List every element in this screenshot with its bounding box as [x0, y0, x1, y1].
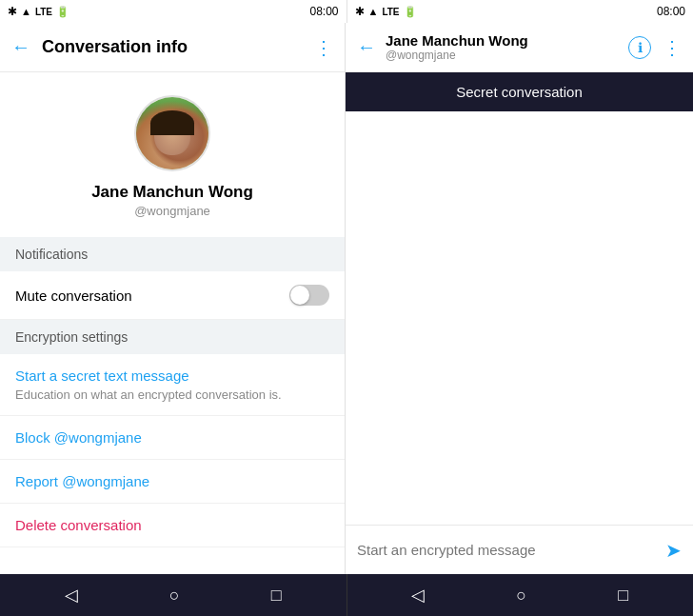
- notifications-label: Notifications: [15, 247, 88, 262]
- left-header: ← Conversation info ⋮: [0, 23, 345, 72]
- right-header: ← Jane Manchun Wong @wongmjane ℹ ⋮: [346, 23, 693, 72]
- profile-section: Jane Manchun Wong @wongmjane: [0, 72, 345, 237]
- profile-handle: @wongmjane: [134, 204, 210, 218]
- send-button[interactable]: ➤: [665, 539, 682, 562]
- right-time: 08:00: [657, 5, 685, 18]
- left-status-left: ✱ ▲ LTE 🔋: [8, 5, 69, 18]
- wifi-icon-r: ▲: [368, 6, 379, 17]
- back-button[interactable]: ←: [11, 36, 30, 58]
- left-status-bar: ✱ ▲ LTE 🔋 08:00: [0, 0, 346, 23]
- right-header-handle: @wongmjane: [386, 49, 628, 62]
- status-bars: ✱ ▲ LTE 🔋 08:00 ✱ ▲ LTE 🔋 08:00: [0, 0, 693, 23]
- encryption-section-header: Encryption settings: [0, 320, 345, 354]
- report-user-button[interactable]: Report @wongmjane: [0, 460, 345, 504]
- recents-nav-icon[interactable]: □: [271, 586, 282, 606]
- back-nav-icon[interactable]: ◁: [65, 585, 78, 606]
- right-bottom-nav: ◁ ○ □: [346, 574, 694, 616]
- avatar-image: [136, 97, 208, 169]
- delete-conversation-button[interactable]: Delete conversation: [0, 504, 345, 547]
- signal-4g-icon-r: LTE: [382, 7, 399, 17]
- right-recents-nav-icon[interactable]: □: [618, 586, 628, 606]
- mute-conversation-label: Mute conversation: [15, 288, 289, 304]
- right-header-icons: ℹ ⋮: [628, 36, 682, 59]
- messages-area: [346, 111, 693, 525]
- right-header-name: Jane Manchun Wong: [386, 32, 628, 49]
- mute-conversation-item[interactable]: Mute conversation: [0, 271, 345, 320]
- right-more-options-button[interactable]: ⋮: [663, 36, 682, 59]
- right-panel: ← Jane Manchun Wong @wongmjane ℹ ⋮ Secre…: [346, 23, 693, 574]
- signal-4g-icon: LTE: [35, 7, 52, 17]
- left-bottom-nav: ◁ ○ □: [0, 574, 346, 616]
- battery-icon: 🔋: [56, 6, 69, 18]
- profile-name: Jane Manchun Wong: [91, 183, 253, 202]
- right-back-nav-icon[interactable]: ◁: [411, 585, 425, 606]
- encryption-label: Encryption settings: [15, 329, 128, 345]
- avatar: [134, 95, 210, 171]
- start-secret-message-item[interactable]: Start a secret text message Education on…: [0, 354, 345, 416]
- wifi-icon: ▲: [21, 6, 31, 17]
- message-input-bar: ➤: [346, 525, 693, 574]
- main-panels: ← Conversation info ⋮ Jane Manchun Wong …: [0, 23, 693, 574]
- secret-link[interactable]: Start a secret text message: [15, 368, 329, 384]
- secret-desc: Education on what an encrypted conversat…: [15, 387, 329, 402]
- more-options-button[interactable]: ⋮: [314, 36, 333, 59]
- battery-icon-r: 🔋: [404, 6, 417, 18]
- right-status-bar: ✱ ▲ LTE 🔋 08:00: [346, 0, 694, 23]
- bluetooth-icon: ✱: [8, 5, 17, 18]
- right-home-nav-icon[interactable]: ○: [516, 586, 526, 606]
- left-panel: ← Conversation info ⋮ Jane Manchun Wong …: [0, 23, 346, 574]
- left-time: 08:00: [309, 5, 338, 18]
- right-header-info: Jane Manchun Wong @wongmjane: [386, 32, 628, 62]
- info-button[interactable]: ℹ: [628, 36, 651, 59]
- toggle-knob: [290, 286, 309, 305]
- home-nav-icon[interactable]: ○: [169, 586, 180, 606]
- block-user-button[interactable]: Block @wongmjane: [0, 416, 345, 460]
- secret-banner-text: Secret conversation: [456, 84, 583, 100]
- bottom-navigation-bars: ◁ ○ □ ◁ ○ □: [0, 574, 693, 616]
- right-status-left: ✱ ▲ LTE 🔋: [355, 5, 417, 18]
- message-input[interactable]: [357, 542, 665, 558]
- conversation-info-title: Conversation info: [42, 37, 314, 57]
- mute-toggle[interactable]: [289, 285, 329, 306]
- notifications-section-header: Notifications: [0, 237, 345, 271]
- secret-conversation-banner: Secret conversation: [346, 72, 693, 111]
- right-back-button[interactable]: ←: [357, 36, 376, 58]
- bluetooth-icon-r: ✱: [355, 5, 365, 18]
